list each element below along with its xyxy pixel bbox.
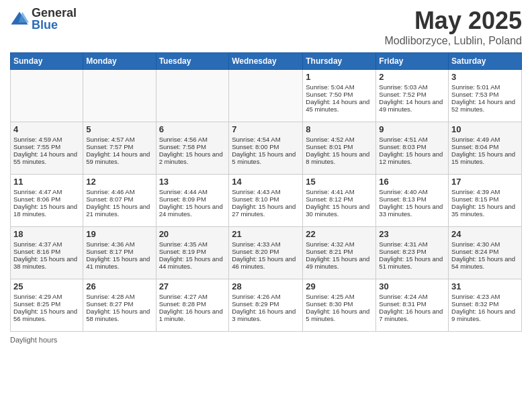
calendar-header-saturday: Saturday [449, 53, 522, 70]
day-number: 19 [86, 229, 152, 239]
sunset: Sunset: 8:04 PM [451, 143, 498, 150]
sunset: Sunset: 8:13 PM [379, 195, 426, 203]
day-number: 26 [86, 281, 152, 291]
daylight: Daylight: 15 hours and 30 minutes. [306, 203, 369, 218]
day-number: 30 [379, 281, 445, 291]
calendar-day: 2Sunrise: 5:03 AMSunset: 7:52 PMDaylight… [376, 70, 449, 122]
sunrise: Sunrise: 4:57 AM [86, 136, 134, 143]
sunrise: Sunrise: 4:56 AM [159, 136, 208, 143]
calendar-day: 13Sunrise: 4:44 AMSunset: 8:09 PMDayligh… [156, 175, 229, 227]
calendar-day: 3Sunrise: 5:01 AMSunset: 7:53 PMDaylight… [449, 70, 522, 122]
daylight: Daylight: 15 hours and 56 minutes. [13, 308, 77, 322]
sunrise: Sunrise: 5:01 AM [451, 83, 500, 91]
calendar: SundayMondayTuesdayWednesdayThursdayFrid… [10, 52, 522, 332]
sunrise: Sunrise: 4:51 AM [379, 136, 427, 143]
daylight: Daylight: 16 hours and 9 minutes. [451, 308, 515, 322]
sunset: Sunset: 8:00 PM [232, 143, 279, 150]
daylight: Daylight: 15 hours and 44 minutes. [159, 255, 223, 270]
sunrise: Sunrise: 4:54 AM [232, 136, 280, 143]
sunrise: Sunrise: 4:52 AM [306, 136, 354, 143]
daylight: Daylight: 15 hours and 27 minutes. [232, 203, 296, 218]
header: General Blue May 2025 Modliborzyce, Lubl… [10, 7, 522, 47]
sunrise: Sunrise: 4:39 AM [451, 188, 500, 195]
daylight: Daylight: 14 hours and 55 minutes. [13, 150, 77, 165]
sunset: Sunset: 7:57 PM [86, 143, 133, 150]
day-number: 1 [306, 72, 373, 82]
day-number: 12 [86, 177, 152, 187]
calendar-header-tuesday: Tuesday [156, 53, 229, 70]
daylight: Daylight: 15 hours and 46 minutes. [232, 255, 296, 270]
calendar-header-sunday: Sunday [11, 53, 83, 70]
sunrise: Sunrise: 4:28 AM [86, 293, 134, 300]
day-number: 5 [86, 124, 152, 134]
location: Modliborzyce, Lublin, Poland [384, 35, 522, 47]
calendar-day: 28Sunrise: 4:26 AMSunset: 8:29 PMDayligh… [229, 279, 303, 332]
calendar-day: 11Sunrise: 4:47 AMSunset: 8:06 PMDayligh… [11, 175, 83, 227]
sunset: Sunset: 8:10 PM [232, 195, 279, 203]
calendar-day: 10Sunrise: 4:49 AMSunset: 8:04 PMDayligh… [449, 122, 522, 175]
calendar-header-friday: Friday [376, 53, 449, 70]
calendar-day: 31Sunrise: 4:23 AMSunset: 8:32 PMDayligh… [449, 279, 522, 332]
daylight: Daylight: 15 hours and 8 minutes. [306, 150, 369, 165]
sunset: Sunset: 8:27 PM [86, 300, 133, 308]
daylight-label: Daylight hours [10, 336, 57, 344]
day-number: 21 [232, 229, 300, 239]
day-number: 2 [379, 72, 445, 82]
sunset: Sunset: 8:07 PM [86, 195, 133, 203]
sunrise: Sunrise: 4:46 AM [86, 188, 134, 195]
sunrise: Sunrise: 4:36 AM [86, 240, 134, 248]
day-number: 6 [159, 124, 226, 134]
daylight: Daylight: 14 hours and 45 minutes. [306, 98, 369, 113]
sunrise: Sunrise: 4:40 AM [379, 188, 427, 195]
calendar-day: 14Sunrise: 4:43 AMSunset: 8:10 PMDayligh… [229, 175, 303, 227]
daylight: Daylight: 16 hours and 3 minutes. [232, 308, 296, 322]
sunset: Sunset: 8:03 PM [379, 143, 426, 150]
daylight: Daylight: 15 hours and 58 minutes. [86, 308, 150, 322]
day-number: 16 [379, 177, 445, 187]
sunrise: Sunrise: 4:49 AM [451, 136, 500, 143]
sunset: Sunset: 7:55 PM [13, 143, 60, 150]
day-number: 11 [13, 177, 80, 187]
daylight: Daylight: 14 hours and 49 minutes. [379, 98, 443, 113]
sunset: Sunset: 8:23 PM [379, 248, 426, 255]
sunrise: Sunrise: 4:32 AM [306, 240, 354, 248]
sunset: Sunset: 7:53 PM [451, 91, 498, 98]
day-number: 9 [379, 124, 445, 134]
daylight: Daylight: 15 hours and 5 minutes. [232, 150, 296, 165]
logo-blue: Blue [32, 19, 77, 31]
calendar-day: 25Sunrise: 4:29 AMSunset: 8:25 PMDayligh… [11, 279, 83, 332]
day-number: 27 [159, 281, 226, 291]
calendar-header-monday: Monday [83, 53, 156, 70]
sunrise: Sunrise: 4:31 AM [379, 240, 427, 248]
sunrise: Sunrise: 5:03 AM [379, 83, 427, 91]
daylight: Daylight: 15 hours and 35 minutes. [451, 203, 515, 218]
sunset: Sunset: 8:17 PM [86, 248, 133, 255]
calendar-week-row: 18Sunrise: 4:37 AMSunset: 8:16 PMDayligh… [11, 227, 522, 279]
sunset: Sunset: 8:32 PM [451, 300, 498, 308]
footer: Daylight hours [10, 336, 522, 344]
calendar-day: 6Sunrise: 4:56 AMSunset: 7:58 PMDaylight… [156, 122, 229, 175]
sunset: Sunset: 7:50 PM [306, 91, 353, 98]
sunset: Sunset: 7:52 PM [379, 91, 426, 98]
sunset: Sunset: 8:31 PM [379, 300, 426, 308]
calendar-day: 18Sunrise: 4:37 AMSunset: 8:16 PMDayligh… [11, 227, 83, 279]
sunset: Sunset: 8:19 PM [159, 248, 206, 255]
calendar-day [229, 70, 303, 122]
sunset: Sunset: 8:16 PM [13, 248, 60, 255]
day-number: 10 [451, 124, 519, 134]
calendar-day: 12Sunrise: 4:46 AMSunset: 8:07 PMDayligh… [83, 175, 156, 227]
sunrise: Sunrise: 4:41 AM [306, 188, 354, 195]
sunset: Sunset: 8:29 PM [232, 300, 279, 308]
day-number: 15 [306, 177, 373, 187]
calendar-day: 19Sunrise: 4:36 AMSunset: 8:17 PMDayligh… [83, 227, 156, 279]
day-number: 20 [159, 229, 226, 239]
daylight: Daylight: 15 hours and 33 minutes. [379, 203, 443, 218]
day-number: 24 [451, 229, 519, 239]
sunset: Sunset: 8:30 PM [306, 300, 353, 308]
title-block: May 2025 Modliborzyce, Lublin, Poland [384, 7, 522, 47]
daylight: Daylight: 15 hours and 12 minutes. [379, 150, 443, 165]
daylight: Daylight: 14 hours and 52 minutes. [451, 98, 515, 113]
calendar-header-row: SundayMondayTuesdayWednesdayThursdayFrid… [11, 53, 522, 70]
sunrise: Sunrise: 4:29 AM [13, 293, 62, 300]
sunset: Sunset: 8:21 PM [306, 248, 353, 255]
